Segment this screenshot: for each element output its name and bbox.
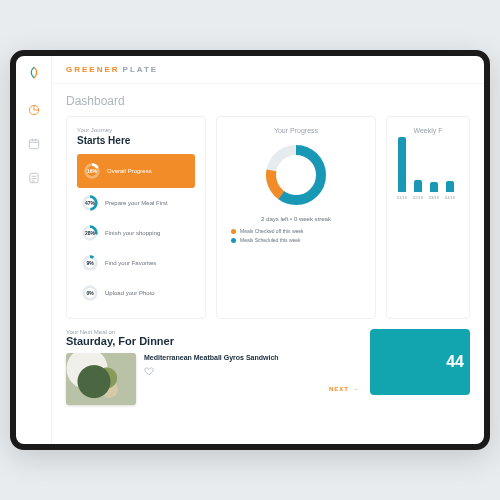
step-label: Upload your Photo xyxy=(105,290,155,296)
dot-icon xyxy=(231,238,236,243)
next-meal-title: Staurday, For Dinner xyxy=(66,335,360,347)
nav-list[interactable] xyxy=(24,168,44,188)
nav-calendar[interactable] xyxy=(24,134,44,154)
journey-kicker: Your Journey xyxy=(77,127,195,133)
bar-col: 01/19 xyxy=(397,137,407,200)
progress-ring-icon: 0% xyxy=(81,284,99,302)
bar xyxy=(398,137,406,192)
device-frame: GREENER PLATE Dashboard Your Journey Sta… xyxy=(10,50,490,450)
step-label: Overall Progress xyxy=(107,168,152,174)
meal-name: Mediterranean Meatball Gyros Sandwich xyxy=(144,353,360,362)
next-meal-section: Your Next Meal on Staurday, For Dinner M… xyxy=(66,329,360,405)
next-meal-row: Your Next Meal on Staurday, For Dinner M… xyxy=(52,319,484,405)
sidebar xyxy=(16,56,52,444)
meal-info: Mediterranean Meatball Gyros Sandwich NE… xyxy=(144,353,360,392)
step-label: Finish your shopping xyxy=(105,230,160,236)
journey-title: Starts Here xyxy=(77,135,195,146)
bar xyxy=(414,180,422,192)
legend-item: Meals Checked off this week xyxy=(231,228,304,234)
logo-icon xyxy=(26,66,42,86)
donut-chart xyxy=(261,140,331,210)
journey-step-favorites[interactable]: 9% Find your Favorites xyxy=(77,248,195,278)
progress-card: Your Progress 2 days left • 0 week strea… xyxy=(216,116,376,319)
bar-col: 04/19 xyxy=(445,181,455,200)
journey-step-upload[interactable]: 0% Upload your Photo xyxy=(77,278,195,308)
progress-ring-icon: 9% xyxy=(81,254,99,272)
metric-value: 44 xyxy=(446,353,464,371)
journey-card: Your Journey Starts Here 16% Overall Pro… xyxy=(66,116,206,319)
weekly-title: Weekly F xyxy=(397,127,459,134)
brand-word-a: GREENER xyxy=(66,65,120,74)
metric-tile[interactable]: 44 xyxy=(370,329,470,395)
progress-ring-icon: 16% xyxy=(83,162,101,180)
bar-col: 03/19 xyxy=(429,182,439,200)
nav-dashboard[interactable] xyxy=(24,100,44,120)
progress-legend: Meals Checked off this week Meals Schedu… xyxy=(227,228,304,243)
arrow-right-icon: → xyxy=(353,386,360,392)
meal-item[interactable]: Mediterranean Meatball Gyros Sandwich NE… xyxy=(66,353,360,405)
progress-ring-icon: 28% xyxy=(81,224,99,242)
progress-title: Your Progress xyxy=(274,127,318,134)
journey-step-shopping[interactable]: 28% Finish your shopping xyxy=(77,218,195,248)
dot-icon xyxy=(231,229,236,234)
legend-item: Meals Scheduled this week xyxy=(231,237,304,243)
progress-ring-icon: 47% xyxy=(81,194,99,212)
main-area: GREENER PLATE Dashboard Your Journey Sta… xyxy=(52,56,484,444)
topbar: GREENER PLATE xyxy=(52,56,484,84)
progress-subtitle: 2 days left • 0 week streak xyxy=(261,216,331,222)
svg-rect-1 xyxy=(29,140,38,149)
heart-icon[interactable] xyxy=(144,366,154,376)
journey-step-prepare[interactable]: 47% Prepare your Meal First xyxy=(77,188,195,218)
step-label: Find your Favorites xyxy=(105,260,156,266)
cards-row: Your Journey Starts Here 16% Overall Pro… xyxy=(52,116,484,319)
journey-step-overall[interactable]: 16% Overall Progress xyxy=(77,154,195,188)
app-root: GREENER PLATE Dashboard Your Journey Sta… xyxy=(16,56,484,444)
weekly-card: Weekly F 01/19 02/19 03/19 04/19 xyxy=(386,116,470,319)
next-button[interactable]: NEXT → xyxy=(329,386,360,392)
bar xyxy=(430,182,438,192)
bar-col: 02/19 xyxy=(413,180,423,200)
bar-chart: 01/19 02/19 03/19 04/19 xyxy=(397,140,459,200)
meal-image xyxy=(66,353,136,405)
bar xyxy=(446,181,454,192)
step-label: Prepare your Meal First xyxy=(105,200,168,206)
page-title: Dashboard xyxy=(52,84,484,116)
brand-word-b: PLATE xyxy=(123,65,159,74)
